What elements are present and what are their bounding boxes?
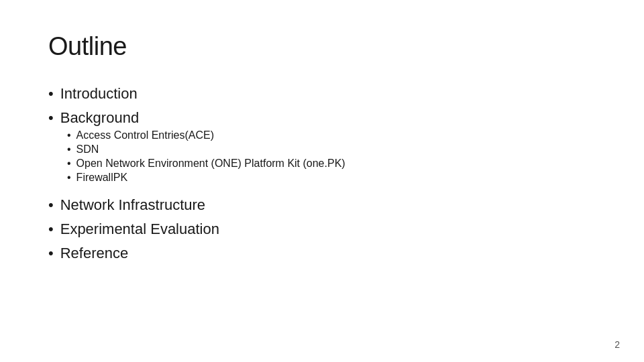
sub-bullet-icon: • bbox=[67, 129, 71, 141]
item-label: Network Infrastructure bbox=[60, 196, 205, 214]
bullet-icon: • bbox=[48, 221, 54, 238]
sub-list: • Access Control Entries(ACE) • SDN • Op… bbox=[48, 129, 345, 186]
slide-title: Outline bbox=[48, 32, 596, 61]
sub-item-label: FirewallPK bbox=[76, 172, 127, 184]
list-item: • Experimental Evaluation bbox=[48, 221, 596, 238]
sub-bullet-icon: • bbox=[67, 143, 71, 156]
item-label: Introduction bbox=[60, 85, 138, 103]
sub-bullet-icon: • bbox=[67, 172, 71, 184]
list-item: • Introduction bbox=[48, 85, 596, 103]
sub-list-item: • FirewallPK bbox=[67, 172, 345, 184]
item-label: Experimental Evaluation bbox=[60, 221, 219, 238]
bullet-icon: • bbox=[48, 85, 54, 103]
slide: Outline • Introduction • Background • Ac… bbox=[0, 0, 644, 362]
sub-list-item: • Open Network Environment (ONE) Platfor… bbox=[67, 158, 345, 170]
sub-item-label: SDN bbox=[76, 143, 99, 156]
item-label: Reference bbox=[60, 245, 129, 262]
bullet-icon: • bbox=[48, 245, 54, 262]
outline-list: • Introduction • Background • Access Con… bbox=[48, 85, 596, 262]
page-number: 2 bbox=[614, 339, 620, 350]
sub-item-label: Open Network Environment (ONE) Platform … bbox=[76, 158, 345, 170]
list-item: • Network Infrastructure bbox=[48, 196, 596, 214]
item-label: Background bbox=[60, 109, 139, 127]
sub-list-item: • SDN bbox=[67, 143, 345, 156]
bullet-icon: • bbox=[48, 196, 54, 214]
sub-bullet-icon: • bbox=[67, 158, 71, 170]
sub-list-item: • Access Control Entries(ACE) bbox=[67, 129, 345, 141]
list-item: • Background • Access Control Entries(AC… bbox=[48, 109, 596, 190]
sub-item-label: Access Control Entries(ACE) bbox=[76, 129, 214, 141]
list-item: • Reference bbox=[48, 245, 596, 262]
bullet-icon: • bbox=[48, 109, 54, 127]
